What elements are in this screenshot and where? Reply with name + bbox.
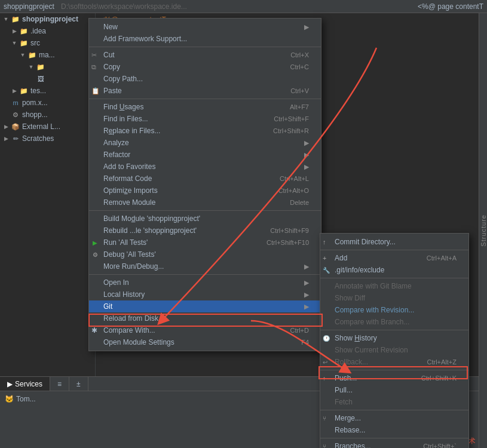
menu-find-usages[interactable]: Find Usages Alt+F7: [89, 101, 321, 113]
menu-label: New: [103, 23, 118, 31]
menu-refactor[interactable]: Refactor ▶: [89, 149, 321, 161]
menu-label: Show Diff: [335, 294, 365, 302]
git-show-history[interactable]: 🕐 Show History: [320, 332, 468, 344]
git-show-current[interactable]: Show Current Revision: [320, 344, 468, 356]
menu-reformat[interactable]: Reformat Code Ctrl+Alt+L: [89, 173, 321, 185]
folder-icon: 📁: [36, 62, 45, 72]
menu-label: Paste: [103, 87, 122, 95]
tree-item-scratches[interactable]: ▶ ✏ Scratches: [0, 133, 95, 145]
tree-arrow: ▼: [27, 63, 35, 70]
tree-label: External L...: [22, 122, 60, 131]
tree-label: pom.x...: [22, 99, 48, 107]
run-icon: ▶: [93, 240, 97, 246]
tree-arrow: ▼: [2, 16, 10, 23]
git-exclude[interactable]: 🔧 .git/info/exclude: [320, 264, 468, 276]
menu-compare[interactable]: ✱ Compare With... Ctrl+D: [89, 324, 321, 336]
folder-icon: 📁: [11, 14, 20, 24]
menu-build-module[interactable]: Build Module 'shoppingproject': [89, 213, 321, 225]
menu-remove-module[interactable]: Remove Module Delete: [89, 197, 321, 208]
git-show-diff[interactable]: Show Diff: [320, 292, 468, 304]
git-merge[interactable]: ⑂ Merge...: [320, 412, 468, 424]
menu-paste[interactable]: 📋 Paste Ctrl+V: [89, 85, 321, 97]
top-bar: shoppingproject D:\softtools\workspace\w…: [0, 0, 487, 13]
menu-label: Cut: [103, 51, 115, 59]
separator: [320, 370, 468, 370]
structure-label: Structure: [480, 214, 487, 247]
menu-run-tests[interactable]: ▶ Run 'All Tests' Ctrl+Shift+F10: [89, 237, 321, 248]
menu-label: Local History: [103, 290, 145, 299]
menu-label: Commit Directory...: [335, 238, 396, 246]
menu-optimize-imports[interactable]: Optimize Imports Ctrl+Alt+O: [89, 185, 321, 197]
menu-label: Add to Favorites: [103, 162, 155, 171]
separator: [320, 438, 468, 438]
git-commit-dir[interactable]: ↑ Commit Directory...: [320, 236, 468, 248]
scratches-icon: ✏: [11, 134, 20, 143]
folder-icon: 📁: [19, 38, 29, 48]
copy-icon: ⧉: [91, 63, 96, 71]
menu-rebuild[interactable]: Rebuild ...le 'shoppingproject' Ctrl+Shi…: [89, 225, 321, 237]
clock-icon: 🕐: [323, 335, 330, 342]
shortcut-label: Ctrl+Alt+A: [415, 254, 457, 262]
menu-label: Optimize Imports: [103, 186, 158, 195]
tree-item-pom[interactable]: m pom.x...: [0, 97, 95, 109]
git-add[interactable]: + Add Ctrl+Alt+A: [320, 252, 468, 264]
menu-cut[interactable]: ✂ Cut Ctrl+X: [89, 49, 321, 61]
menu-analyze[interactable]: Analyze ▶: [89, 137, 321, 149]
menu-reload[interactable]: Reload from Disk: [89, 312, 321, 324]
tree-item-ma[interactable]: ▼ 📁 ma...: [0, 49, 95, 61]
folder-icon: 📁: [19, 86, 29, 96]
menu-add-framework[interactable]: Add Framework Support...: [89, 33, 321, 45]
tree-item-external[interactable]: ▶ 📦 External L...: [0, 121, 95, 133]
tree-label: ma...: [39, 51, 55, 59]
menu-module-settings[interactable]: Open Module Settings F4: [89, 336, 321, 348]
menu-local-history[interactable]: Local History ▶: [89, 289, 321, 300]
tree-item-project[interactable]: ▼ 📁 shoppingproject: [0, 13, 95, 25]
tree-label: shoppingproject: [22, 15, 78, 23]
tree-label: src: [30, 39, 40, 47]
shortcut-label: Ctrl+Shift+K: [409, 375, 457, 382]
menu-add-favorites[interactable]: Add to Favorites ▶: [89, 161, 321, 173]
git-fetch[interactable]: Fetch: [320, 396, 468, 408]
menu-open-in[interactable]: Open In ▶: [89, 277, 321, 289]
tree-item-tes[interactable]: ▶ 📁 tes...: [0, 85, 95, 97]
tab-services[interactable]: ▶ Services: [0, 377, 50, 391]
menu-find-in-files[interactable]: Find in Files... Ctrl+Shift+F: [89, 113, 321, 125]
cut-icon: ✂: [91, 51, 97, 59]
tree-item-shopp[interactable]: ⚙ shopp...: [0, 109, 95, 121]
tree-label: shopp...: [22, 111, 48, 119]
menu-copy[interactable]: ⧉ Copy Ctrl+C: [89, 61, 321, 73]
tab-eq[interactable]: ≡: [50, 377, 69, 391]
menu-more-run[interactable]: More Run/Debug... ▶: [89, 260, 321, 272]
shortcut-label: F4: [289, 339, 309, 346]
tab-label: Services: [15, 380, 42, 388]
menu-git[interactable]: Git ▶: [89, 300, 321, 312]
tree-label: .idea: [30, 27, 46, 35]
eq-icon: ≡: [57, 380, 62, 388]
tree-item-sub[interactable]: ▼ 📁: [0, 61, 95, 73]
git-branches[interactable]: ⑂ Branches... Ctrl+Shift+`: [320, 440, 468, 448]
separator: [320, 410, 468, 410]
git-pull[interactable]: Pull...: [320, 384, 468, 396]
git-annotate[interactable]: Annotate with Git Blame: [320, 280, 468, 292]
git-rebase[interactable]: Rebase...: [320, 424, 468, 436]
menu-debug-tests[interactable]: ⚙ Debug 'All Tests': [89, 248, 321, 260]
compare-icon: ✱: [91, 326, 97, 335]
menu-label: Rollback...: [335, 358, 368, 366]
tree-item-idea[interactable]: ▶ 📁 .idea: [0, 25, 95, 37]
menu-label: Open In: [103, 278, 129, 287]
add-icon: +: [323, 254, 326, 262]
menu-replace-in-files[interactable]: Replace in Files... Ctrl+Shift+R: [89, 125, 321, 137]
git-rollback[interactable]: ↩ Rollback... Ctrl+Alt+Z: [320, 356, 468, 368]
tree-item-image[interactable]: 🖼: [0, 73, 95, 85]
separator: [89, 210, 321, 211]
shortcut-label: Ctrl+C: [278, 63, 309, 70]
git-compare-branch[interactable]: Compare with Branch...: [320, 316, 468, 328]
tab-pm[interactable]: ±: [69, 377, 88, 391]
arrow-icon: ▶: [304, 279, 309, 287]
git-push[interactable]: ↑ Push... Ctrl+Shift+K: [320, 372, 468, 384]
menu-copy-path[interactable]: Copy Path...: [89, 73, 321, 85]
git-compare-revision[interactable]: Compare with Revision...: [320, 304, 468, 316]
shortcut-label: Ctrl+Shift+R: [261, 127, 309, 134]
menu-new[interactable]: New ▶: [89, 21, 321, 33]
tree-item-src[interactable]: ▼ 📁 src: [0, 37, 95, 49]
